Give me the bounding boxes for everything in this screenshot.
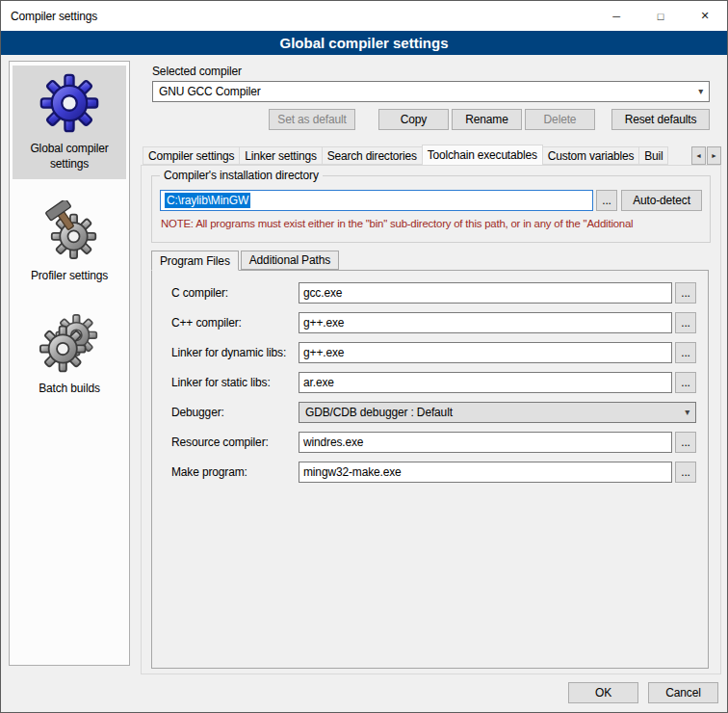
- window-title: Compiler settings: [1, 10, 97, 23]
- gear-icon: [39, 73, 99, 133]
- field-row-c-compiler: C compiler: ...: [171, 282, 696, 304]
- settings-tabstrip: Compiler settings Linker settings Search…: [143, 144, 721, 165]
- tab-linker-settings[interactable]: Linker settings: [239, 146, 322, 165]
- auto-detect-button[interactable]: Auto-detect: [621, 190, 702, 211]
- field-label: Linker for dynamic libs:: [171, 346, 299, 359]
- sidebar-item-global-compiler-settings[interactable]: Global compiler settings: [13, 66, 126, 179]
- dynamic-linker-input[interactable]: [299, 342, 672, 363]
- dialog-footer: OK Cancel: [568, 682, 718, 703]
- cpp-compiler-input[interactable]: [299, 312, 672, 333]
- make-program-input[interactable]: [299, 462, 672, 483]
- browse-c-compiler-button[interactable]: ...: [675, 282, 696, 304]
- installation-directory-selected-text: C:\raylib\MinGW: [165, 193, 250, 208]
- subtab-additional-paths[interactable]: Additional Paths: [241, 251, 339, 270]
- program-subtabs: Program Files Additional Paths: [151, 251, 720, 270]
- maximize-button[interactable]: □: [638, 1, 683, 31]
- sidebar-item-profiler-settings[interactable]: Profiler settings: [13, 193, 126, 292]
- browse-static-linker-button[interactable]: ...: [675, 372, 696, 393]
- compiler-settings-window: Compiler settings ─ □ ✕ Global compiler …: [0, 0, 728, 713]
- toolchain-executables-page: Compiler's installation directory C:\ray…: [141, 165, 721, 674]
- batch-builds-icon: [39, 313, 99, 373]
- reset-defaults-button[interactable]: Reset defaults: [611, 109, 710, 130]
- field-row-resource-compiler: Resource compiler: ...: [171, 432, 696, 453]
- sidebar-item-label: Global compiler settings: [14, 142, 124, 172]
- subtab-program-files[interactable]: Program Files: [151, 251, 239, 271]
- copy-button[interactable]: Copy: [378, 109, 449, 130]
- page-title: Global compiler settings: [1, 31, 727, 55]
- installation-directory-input[interactable]: C:\raylib\MinGW: [160, 190, 593, 211]
- sidebar-item-label: Batch builds: [39, 382, 100, 397]
- browse-make-program-button[interactable]: ...: [675, 462, 696, 483]
- installation-note: NOTE: All programs must exist either in …: [161, 218, 710, 229]
- selected-compiler-combobox[interactable]: GNU GCC Compiler ▾: [152, 81, 710, 102]
- tab-scroll-left-icon[interactable]: ◄: [691, 146, 706, 165]
- profiler-icon: [39, 200, 99, 260]
- tabs-scroller: Compiler settings Linker settings Search…: [143, 145, 690, 165]
- field-label: C++ compiler:: [171, 316, 299, 330]
- selected-compiler-label: Selected compiler: [152, 65, 721, 78]
- installation-directory-label: Compiler's installation directory: [160, 169, 323, 182]
- static-linker-input[interactable]: [299, 372, 672, 393]
- field-label: C compiler:: [171, 286, 299, 300]
- field-label: Make program:: [171, 465, 299, 479]
- resource-compiler-input[interactable]: [299, 432, 672, 453]
- rename-button[interactable]: Rename: [452, 109, 522, 130]
- field-row-make-program: Make program: ...: [171, 462, 696, 483]
- debugger-value: GDB/CDB debugger : Default: [305, 406, 453, 419]
- delete-button: Delete: [525, 109, 595, 130]
- titlebar: Compiler settings ─ □ ✕: [1, 1, 727, 31]
- tab-scroll-right-icon[interactable]: ►: [707, 146, 721, 165]
- selected-compiler-value: GNU GCC Compiler: [159, 85, 261, 98]
- field-row-debugger: Debugger: GDB/CDB debugger : Default ▾: [171, 402, 696, 423]
- ok-button[interactable]: OK: [568, 682, 638, 703]
- tab-search-directories[interactable]: Search directories: [322, 146, 423, 165]
- tab-compiler-settings[interactable]: Compiler settings: [143, 146, 240, 165]
- window-controls: ─ □ ✕: [594, 1, 727, 31]
- field-row-cpp-compiler: C++ compiler: ...: [171, 312, 696, 333]
- close-button[interactable]: ✕: [683, 1, 727, 31]
- sidebar-item-batch-builds[interactable]: Batch builds: [13, 305, 126, 405]
- browse-cpp-compiler-button[interactable]: ...: [675, 312, 696, 333]
- tab-toolchain-executables[interactable]: Toolchain executables: [422, 145, 543, 165]
- minimize-button[interactable]: ─: [594, 1, 638, 31]
- tab-build-options[interactable]: Buil: [638, 146, 668, 165]
- field-row-dynamic-linker: Linker for dynamic libs: ...: [171, 342, 696, 363]
- program-files-panel: C compiler: ... C++ compiler: ... Linker…: [151, 270, 709, 669]
- field-row-static-linker: Linker for static libs: ...: [171, 372, 696, 393]
- compiler-button-row: Set as default Copy Rename Delete Reset …: [141, 109, 710, 130]
- field-label: Linker for static libs:: [171, 376, 299, 389]
- browse-dynamic-linker-button[interactable]: ...: [675, 342, 696, 363]
- field-label: Resource compiler:: [171, 436, 299, 449]
- installation-directory-row: C:\raylib\MinGW ... Auto-detect: [160, 190, 702, 211]
- main-panel: Selected compiler GNU GCC Compiler ▾ Set…: [141, 61, 721, 674]
- chevron-down-icon: ▾: [685, 408, 689, 417]
- settings-sidebar: Global compiler settings Profiler settin…: [9, 61, 130, 666]
- field-label: Debugger:: [171, 406, 299, 419]
- debugger-combobox[interactable]: GDB/CDB debugger : Default ▾: [299, 402, 696, 423]
- cancel-button[interactable]: Cancel: [648, 682, 718, 703]
- tab-custom-variables[interactable]: Custom variables: [542, 146, 640, 165]
- browse-directory-button[interactable]: ...: [596, 190, 617, 211]
- set-as-default-button: Set as default: [269, 109, 355, 130]
- sidebar-item-label: Profiler settings: [31, 269, 108, 284]
- chevron-down-icon: ▾: [698, 87, 703, 96]
- installation-directory-groupbox: Compiler's installation directory C:\ray…: [151, 175, 711, 243]
- c-compiler-input[interactable]: [299, 282, 672, 304]
- browse-resource-compiler-button[interactable]: ...: [675, 432, 696, 453]
